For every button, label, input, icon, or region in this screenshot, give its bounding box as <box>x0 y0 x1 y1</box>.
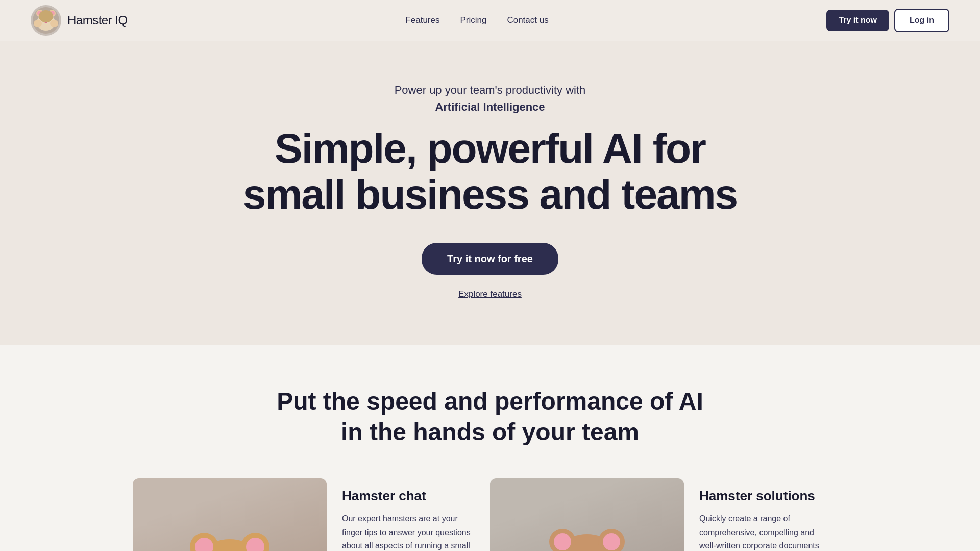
logo[interactable]: Hamster IQ <box>31 5 128 36</box>
feature-card-solutions: Hamster solutions Quickly create a range… <box>490 478 847 551</box>
features-section: Put the speed and performance of AI in t… <box>0 345 980 551</box>
navbar: Hamster IQ Features Pricing Contact us T… <box>0 0 980 41</box>
nav-features[interactable]: Features <box>405 15 439 26</box>
feature-chat-content: Hamster chat Our expert hamsters are at … <box>327 478 490 551</box>
features-grid: Hamster chat Our expert hamsters are at … <box>133 478 847 551</box>
feature-chat-name: Hamster chat <box>342 488 475 504</box>
nav-pricing[interactable]: Pricing <box>460 15 486 26</box>
features-title: Put the speed and performance of AI in t… <box>31 386 949 447</box>
feature-chat-desc1: Our expert hamsters are at your finger t… <box>342 512 475 551</box>
feature-solutions-content: Hamster solutions Quickly create a range… <box>684 478 847 551</box>
hamster-solutions-image <box>490 478 684 551</box>
svg-point-50 <box>603 533 620 550</box>
nav-login-button[interactable]: Log in <box>894 9 949 32</box>
nav-buttons: Try it now Log in <box>826 9 949 32</box>
svg-point-2 <box>34 20 42 27</box>
explore-features-link[interactable]: Explore features <box>31 289 949 299</box>
hero-tagline: Power up your team's productivity with A… <box>31 82 949 115</box>
feature-solutions-desc1: Quickly create a range of comprehensive,… <box>699 512 832 551</box>
svg-point-13 <box>39 10 53 22</box>
hero-section: Power up your team's productivity with A… <box>0 41 980 345</box>
hero-cta-button[interactable]: Try it now for free <box>422 243 558 275</box>
hero-title: Simple, powerful AI for small business a… <box>31 126 949 217</box>
svg-point-3 <box>50 20 58 27</box>
nav-try-now-button[interactable]: Try it now <box>826 10 889 31</box>
hamster-chat-image <box>133 478 327 551</box>
nav-contact[interactable]: Contact us <box>507 15 548 26</box>
nav-links: Features Pricing Contact us <box>405 15 548 26</box>
feature-card-chat: Hamster chat Our expert hamsters are at … <box>133 478 490 551</box>
logo-text: Hamster IQ <box>67 13 128 28</box>
logo-icon <box>31 5 61 36</box>
svg-point-48 <box>554 533 571 550</box>
feature-solutions-name: Hamster solutions <box>699 488 832 504</box>
